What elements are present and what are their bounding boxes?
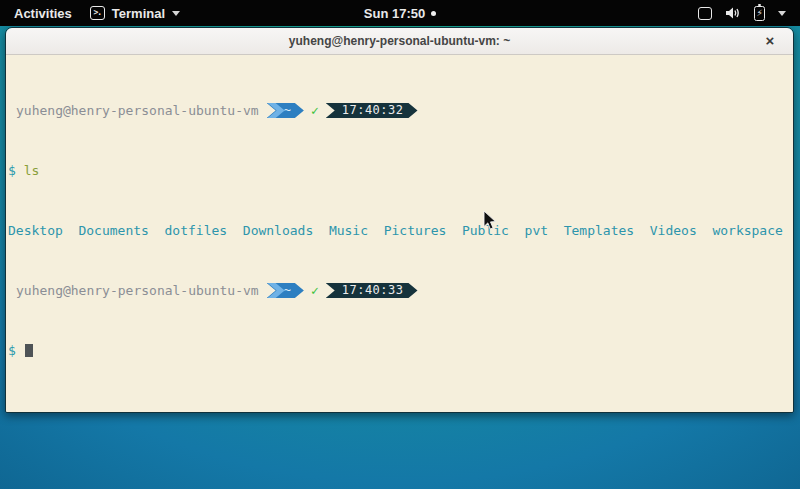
prompt-user: yuheng@henry-personal-ubuntu-vm (16, 283, 259, 298)
prompt-path: ~ (284, 103, 291, 118)
input-line: $ (8, 343, 793, 358)
chevron-down-icon (172, 11, 180, 16)
terminal-content[interactable]: yuheng@henry-personal-ubuntu-vm~✓17:40:3… (6, 55, 793, 412)
terminal-cursor (25, 344, 33, 357)
prompt-path-segment: ~ (267, 103, 304, 118)
system-status-menu[interactable]: ⚡ (698, 6, 800, 21)
checkmark-icon: ✓ (311, 103, 319, 118)
prompt-symbol: $ (8, 163, 16, 178)
volume-icon (725, 6, 741, 20)
command-text: ls (24, 163, 40, 178)
battery-charging-icon: ⚡ (754, 6, 765, 21)
prompt-path: ~ (284, 283, 291, 298)
prompt-time: 17:40:32 (342, 103, 404, 118)
ls-output: Desktop Documents dotfiles Downloads Mus… (8, 223, 793, 238)
terminal-window: yuheng@henry-personal-ubuntu-vm: ~ × yuh… (5, 27, 794, 413)
close-button[interactable]: × (761, 32, 779, 50)
prompt-path-segment: ~ (267, 283, 304, 298)
powerline-chevron-icon (268, 103, 285, 118)
checkmark-icon: ✓ (311, 283, 319, 298)
prompt-user: yuheng@henry-personal-ubuntu-vm (16, 103, 259, 118)
screen-icon (698, 7, 712, 20)
powerline-chevron-icon (268, 283, 285, 298)
window-titlebar[interactable]: yuheng@henry-personal-ubuntu-vm: ~ × (6, 28, 793, 55)
window-title: yuheng@henry-personal-ubuntu-vm: ~ (289, 34, 510, 48)
command-line: $ ls (8, 163, 793, 178)
chevron-down-icon (778, 11, 786, 16)
prompt-symbol: $ (8, 343, 16, 358)
activities-button[interactable]: Activities (10, 4, 76, 23)
prompt-line: yuheng@henry-personal-ubuntu-vm~✓17:40:3… (8, 103, 793, 118)
prompt-time: 17:40:33 (342, 283, 404, 298)
prompt-time-segment: 17:40:33 (326, 283, 418, 298)
mouse-pointer-icon (483, 211, 497, 235)
top-panel: Activities >. Terminal Sun 17:50 ⚡ (0, 0, 800, 26)
app-menu[interactable]: >. Terminal (90, 6, 180, 21)
notification-dot-icon (431, 11, 436, 16)
prompt-line: yuheng@henry-personal-ubuntu-vm~✓17:40:3… (8, 283, 793, 298)
clock-button[interactable]: Sun 17:50 (364, 6, 425, 21)
app-menu-label: Terminal (112, 6, 165, 21)
prompt-time-segment: 17:40:32 (326, 103, 418, 118)
terminal-app-icon: >. (90, 6, 105, 20)
